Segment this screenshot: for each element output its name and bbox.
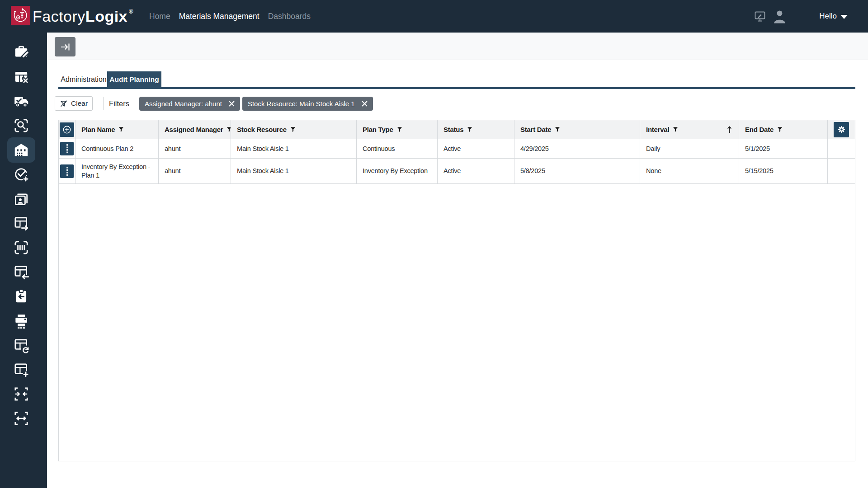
table-row: Continuous Plan 2ahuntMain Stock Aisle 1… [59,139,855,159]
row-menu-icon [64,166,70,176]
tab-label: Audit Planning [109,75,159,84]
column-filter-icon[interactable] [555,127,560,132]
column-filter-icon[interactable] [777,127,783,132]
column-label: Stock Resource [237,126,287,133]
chip-label: Assigned Manager: ahunt [145,100,222,108]
column-filter-icon[interactable] [290,127,296,132]
table-row: Inventory By Exception - Plan 1ahuntMain… [59,159,855,184]
sidebar-item-barcode-scan[interactable] [7,235,35,260]
column-filter-icon[interactable] [226,127,231,132]
cell-plan_name: Inventory By Exception - Plan 1 [75,159,159,183]
sidebar-item-frame-arrows-out[interactable] [7,406,35,431]
table-header-row: Plan NameAssigned ManagerStock ResourceP… [59,120,855,139]
sidebar-item-frame-arrows-in[interactable] [7,381,35,407]
filter-row: Clear Filters Assigned Manager: ahuntSto… [55,96,373,111]
nav-dashboards[interactable]: Dashboards [268,12,311,21]
sidebar-item-truck-check[interactable] [7,89,35,114]
sidebar-item-table-export[interactable] [7,211,35,236]
cell-start_date: 5/8/2025 [514,159,640,183]
column-header-end-date[interactable]: End Date [739,120,828,139]
column-header-plan-type[interactable]: Plan Type [357,120,438,139]
gear-icon [837,125,846,134]
cell-stock_resource: Main Stock Aisle 1 [231,159,357,183]
filter-chip[interactable]: Assigned Manager: ahunt [139,97,240,111]
filter-off-icon [60,99,68,108]
sort-ascending-icon [726,126,732,133]
sidebar-item-search-frame[interactable] [7,113,35,138]
cell-status: Active [438,159,514,183]
column-filter-icon[interactable] [118,127,124,132]
remote-monitor-icon[interactable] [755,11,765,22]
truck-check-icon [13,93,30,110]
column-label: Start Date [520,126,551,133]
cell-settings-spacer [828,139,855,158]
brand-logix: Logix [85,8,127,25]
filter-chips: Assigned Manager: ahuntStock Resource: M… [139,97,373,111]
cell-assigned_manager: ahunt [159,139,231,158]
chevron-down-icon[interactable] [840,15,848,19]
tab-audit-planning[interactable]: Audit Planning [107,71,161,87]
cell-interval: None [640,159,739,183]
sidebar-item-table-add[interactable] [7,357,35,382]
table-export-icon [13,215,30,232]
column-label: Interval [646,126,669,133]
sidebar-item-table-refresh[interactable] [7,333,35,358]
nav-home[interactable]: Home [149,12,170,21]
row-menu-button[interactable] [60,142,74,155]
row-menu-button[interactable] [60,164,74,178]
cell-plan_type: Continuous [357,139,438,158]
column-header-interval[interactable]: Interval [640,120,739,139]
column-label: Plan Name [81,126,115,133]
remove-chip-icon[interactable] [362,101,368,107]
tab-label: Administration [61,75,106,84]
nav-materials-management[interactable]: Materials Management [179,12,259,21]
collapse-panel-button[interactable] [55,37,75,56]
column-filter-icon[interactable] [673,127,678,132]
row-actions-cell [59,139,75,158]
sidebar-item-clipboard-return[interactable] [7,284,35,309]
column-header-assigned-manager[interactable]: Assigned Manager [159,120,231,139]
table-settings-button[interactable] [834,122,849,137]
table-import-icon [13,263,30,281]
column-header-start-date[interactable]: Start Date [514,120,640,139]
cell-status: Active [438,139,514,158]
column-header-stock-resource[interactable]: Stock Resource [231,120,357,139]
column-header-plan-name[interactable]: Plan Name [75,120,159,139]
brand-registered: ® [129,8,133,15]
user-greeting[interactable]: Hello [819,12,837,21]
sidebar-item-warehouse[interactable] [7,137,35,163]
warehouse-icon [13,141,30,159]
cell-end_date: 5/15/2025 [739,159,828,183]
sidebar-item-table-remove[interactable] [7,64,35,89]
sidebar-item-id-card[interactable] [7,186,35,211]
cell-plan_name: Continuous Plan 2 [75,139,159,158]
column-header-status[interactable]: Status [438,120,514,139]
cell-settings-spacer [828,159,855,183]
remove-chip-icon[interactable] [229,101,235,107]
tab-administration[interactable]: Administration [60,71,107,87]
clear-label: Clear [71,99,88,108]
audit-plans-table: Plan NameAssigned ManagerStock ResourceP… [58,120,855,461]
sidebar-item-printer[interactable] [7,308,35,333]
brand-factory: Factory [33,8,85,25]
user-icon[interactable] [773,9,787,23]
table-refresh-icon [13,337,30,354]
sidebar-item-briefcase-edit[interactable] [7,40,35,65]
table-add-icon [13,361,30,378]
column-filter-icon[interactable] [467,127,472,132]
sidebar-item-table-import[interactable] [7,259,35,285]
column-label: Plan Type [363,126,393,133]
cell-start_date: 4/29/2025 [514,139,640,158]
cell-end_date: 5/1/2025 [739,139,828,158]
sidebar-item-check-circle-add[interactable] [7,162,35,187]
header-add-cell [59,120,75,139]
frame-arrows-in-icon [13,385,30,403]
clear-filters-button[interactable]: Clear [55,96,93,111]
column-label: End Date [745,126,774,133]
add-plan-button[interactable] [60,122,74,137]
filter-chip[interactable]: Stock Resource: Main Stock Aisle 1 [242,97,373,111]
frame-arrows-out-icon [13,410,30,427]
factorylogix-logo[interactable] [11,6,30,25]
column-filter-icon[interactable] [397,127,402,132]
row-menu-icon [64,144,70,154]
